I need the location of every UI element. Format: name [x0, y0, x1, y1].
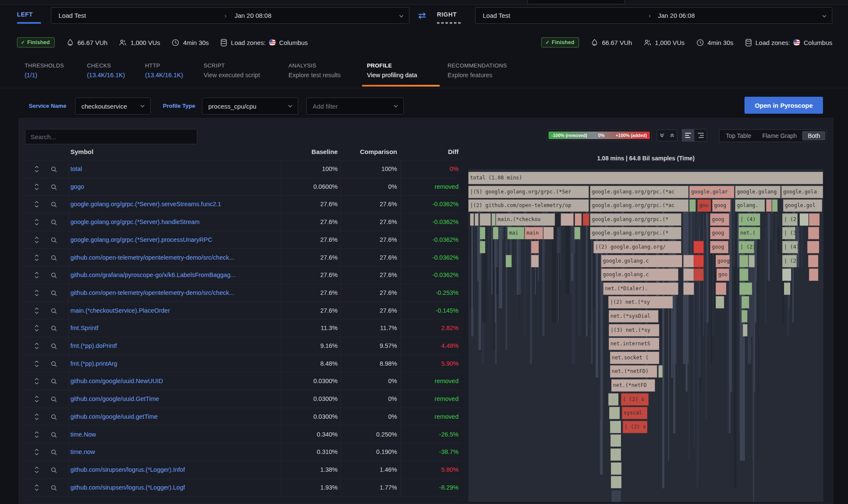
flame-node[interactable] — [694, 255, 704, 267]
flame-node[interactable]: goo — [716, 269, 729, 281]
flame-node[interactable]: | (2) — [739, 241, 754, 253]
flame-node[interactable] — [689, 199, 696, 212]
flame-node[interactable] — [611, 462, 621, 475]
flame-node[interactable]: | (2) s — [623, 421, 647, 433]
flame-node[interactable]: | (2) — [782, 213, 798, 226]
flame-node[interactable] — [611, 476, 621, 488]
symbol-link[interactable]: fmt.Sprintf — [70, 325, 98, 331]
flame-node[interactable]: net.( — [739, 227, 760, 239]
flame-node[interactable]: | (4) — [739, 213, 760, 226]
add-filter-select[interactable]: Add filter — [306, 98, 404, 115]
search-row-icon[interactable] — [50, 219, 57, 226]
flame-node[interactable] — [475, 213, 479, 226]
symbol-link[interactable]: github.com/sirupsen/logrus.(*Logger).Inf… — [70, 466, 185, 473]
flame-node[interactable] — [583, 213, 589, 226]
flame-node[interactable]: net.socket ( — [610, 352, 659, 364]
flame-node[interactable]: | (3) — [782, 227, 795, 239]
sort-row-icon[interactable] — [34, 395, 40, 403]
flame-node[interactable]: google.golang.org/grpc.(*ac — [590, 199, 688, 212]
search-row-icon[interactable] — [50, 467, 57, 473]
symbol-link[interactable]: fmt.(*pp).doPrintf — [70, 342, 117, 349]
flame-node[interactable] — [749, 255, 755, 267]
search-row-icon[interactable] — [50, 414, 57, 420]
symbol-link[interactable]: main.(*checkoutService).PlaceOrder — [70, 307, 170, 314]
flame-node[interactable] — [608, 393, 619, 406]
flame-node[interactable]: goog — [716, 255, 730, 267]
tab-analysis[interactable]: ANALYSISExplore test results — [288, 62, 341, 78]
symbol-link[interactable]: github.com/open-telemetry/opentelemetry-… — [70, 289, 234, 296]
flame-node[interactable] — [808, 227, 819, 239]
search-input[interactable] — [25, 129, 197, 144]
symbol-link[interactable]: time.Now — [70, 431, 96, 438]
tab-checks[interactable]: CHECKS(13.4K/16.1K) — [87, 62, 125, 78]
symbol-link[interactable]: time.now — [70, 448, 95, 455]
open-in-pyroscope-button[interactable]: Open in Pyroscope — [744, 97, 823, 114]
sort-row-icon[interactable] — [34, 272, 40, 279]
flame-node[interactable]: google.golang.c — [601, 255, 682, 267]
service-name-select[interactable]: checkoutservice — [75, 98, 151, 115]
sort-row-icon[interactable] — [34, 378, 40, 385]
search-row-icon[interactable] — [50, 484, 57, 491]
flame-node[interactable] — [772, 199, 778, 212]
search-row-icon[interactable] — [50, 431, 57, 438]
flame-node[interactable] — [739, 269, 748, 281]
flame-node[interactable] — [611, 490, 621, 502]
flame-node[interactable] — [739, 255, 748, 267]
flame-node[interactable] — [683, 269, 694, 281]
flame-node[interactable]: net.(*sysDial — [609, 310, 658, 322]
symbol-link[interactable]: github.com/google/uuid.getTime — [70, 413, 158, 420]
flame-node[interactable]: main.(*checkou — [496, 213, 555, 226]
flame-node[interactable]: google.gol — [783, 199, 822, 212]
sort-row-icon[interactable] — [34, 307, 40, 314]
column-header-comparison[interactable]: Comparison — [340, 148, 397, 155]
symbol-link[interactable]: google.golang.org/grpc.(*Server).serveSt… — [70, 201, 221, 207]
flame-node[interactable]: net.(*netFD) — [610, 365, 657, 378]
flame-node[interactable]: google.golang.org/grpc.(* — [590, 227, 681, 239]
sort-row-icon[interactable] — [34, 183, 40, 190]
flame-node[interactable]: goo — [697, 199, 711, 212]
search-row-icon[interactable] — [50, 201, 57, 208]
flame-node[interactable] — [808, 255, 818, 267]
flame-node[interactable] — [610, 434, 621, 447]
sort-row-icon[interactable] — [34, 413, 40, 420]
flame-node[interactable]: goog — [710, 241, 728, 253]
sort-row-icon[interactable] — [34, 289, 40, 297]
symbol-link[interactable]: github.com/open-telemetry/opentelemetry-… — [70, 254, 234, 261]
flame-node[interactable]: goog — [710, 227, 729, 239]
flame-node[interactable]: total (1.08 mins) — [468, 172, 823, 184]
sort-row-icon[interactable] — [34, 360, 40, 367]
flame-node[interactable]: google.golar — [689, 186, 734, 198]
search-row-icon[interactable] — [50, 184, 57, 190]
flame-node[interactable]: google.golang.org/grpc.(* — [590, 213, 681, 226]
search-row-icon[interactable] — [50, 325, 57, 332]
flame-node[interactable]: google.golang.c — [601, 269, 678, 281]
flame-node[interactable] — [610, 421, 621, 433]
flame-node[interactable] — [694, 241, 704, 253]
search-row-icon[interactable] — [50, 343, 57, 350]
symbol-link[interactable]: google.golang.org/grpc.(*Server).process… — [70, 236, 212, 243]
flame-node[interactable] — [800, 213, 809, 226]
flame-node[interactable] — [809, 269, 818, 281]
right-test-select[interactable]: Load Test › Jan 20 06:08 — [475, 7, 832, 24]
flame-node[interactable] — [739, 283, 752, 295]
flame-node[interactable] — [575, 213, 582, 226]
symbol-link[interactable]: gogo — [70, 183, 84, 190]
view-option-flame-graph[interactable]: Flame Graph — [757, 131, 803, 140]
symbol-link[interactable]: github.com/google/uuid.NewUUID — [70, 378, 163, 384]
collapse-all-button[interactable] — [657, 129, 667, 141]
flame-node[interactable] — [561, 213, 574, 226]
flame-node[interactable]: google.golang — [735, 186, 781, 198]
search-row-icon[interactable] — [50, 308, 57, 314]
flame-node[interactable] — [742, 310, 747, 322]
flame-node[interactable]: |(2) github.com/open-telemetry/op — [468, 199, 589, 212]
swap-icon[interactable] — [417, 10, 428, 21]
flame-node[interactable]: google.golang.org/grpc.(*ac — [590, 186, 688, 198]
flame-node[interactable]: syscal — [622, 407, 647, 419]
flame-node[interactable] — [716, 283, 726, 295]
align-right-button[interactable] — [694, 129, 707, 142]
search-row-icon[interactable] — [50, 255, 57, 261]
flame-node[interactable]: | (2) — [782, 255, 797, 267]
align-left-button[interactable] — [682, 129, 694, 142]
flame-node[interactable] — [658, 365, 663, 378]
tab-thresholds[interactable]: THRESHOLDS(1/1) — [25, 62, 64, 78]
